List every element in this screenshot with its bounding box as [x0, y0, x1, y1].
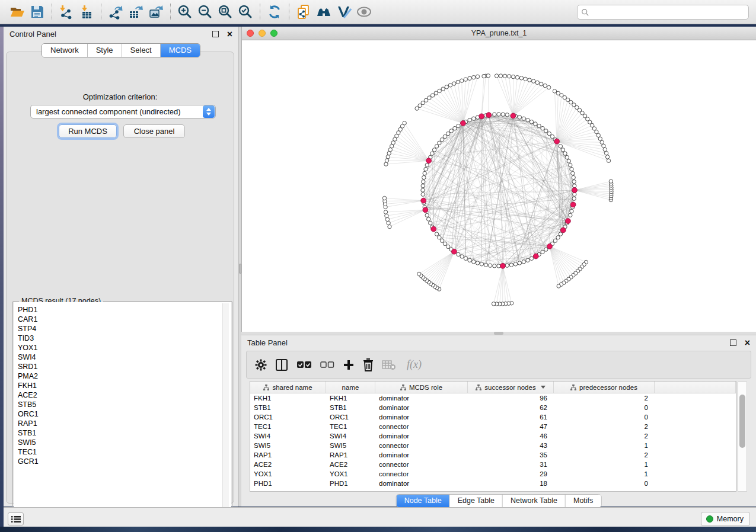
mcds-hub-node[interactable] [452, 249, 457, 254]
network-node[interactable] [424, 98, 428, 102]
tab-network-table[interactable]: Network Table [502, 495, 565, 507]
network-node[interactable] [522, 117, 525, 120]
mcds-result-item[interactable]: GCR1 [18, 457, 231, 466]
network-node[interactable] [529, 120, 533, 124]
search-input[interactable] [592, 8, 745, 17]
network-node[interactable] [486, 74, 490, 78]
network-node[interactable] [511, 75, 515, 78]
network-node[interactable] [528, 78, 531, 82]
network-node[interactable] [449, 129, 453, 133]
network-node[interactable] [440, 239, 444, 242]
mcds-scrollbar[interactable] [222, 303, 229, 520]
network-node[interactable] [572, 180, 576, 184]
network-node[interactable] [609, 180, 613, 183]
network-node[interactable] [532, 79, 535, 83]
network-node[interactable] [385, 159, 388, 162]
mcds-result-item[interactable]: TID3 [18, 334, 231, 343]
network-node[interactable] [596, 133, 600, 137]
mcds-hub-node[interactable] [566, 219, 571, 224]
mcds-result-item[interactable]: PHD1 [18, 305, 231, 315]
network-node[interactable] [543, 84, 547, 87]
network-node[interactable] [556, 91, 560, 95]
network-node[interactable] [505, 264, 509, 267]
mcds-hub-node[interactable] [560, 227, 566, 233]
mcds-hub-node[interactable] [479, 114, 484, 119]
network-node[interactable] [388, 225, 391, 228]
network-node[interactable] [457, 124, 460, 127]
network-node[interactable] [438, 236, 441, 239]
network-node[interactable] [460, 255, 464, 258]
mcds-hub-node[interactable] [431, 226, 436, 232]
network-node[interactable] [384, 210, 387, 214]
mcds-result-item[interactable]: PMA2 [18, 371, 231, 381]
network-node[interactable] [598, 137, 602, 140]
network-node[interactable] [572, 175, 575, 179]
zoom-fit-button[interactable] [215, 2, 235, 21]
network-node[interactable] [391, 141, 395, 145]
network-node[interactable] [518, 261, 521, 265]
network-node[interactable] [493, 264, 496, 268]
add-column-button[interactable] [343, 357, 355, 373]
global-search[interactable] [577, 5, 749, 20]
mcds-result-item[interactable]: YOX1 [18, 343, 231, 352]
table-scrollbar[interactable] [738, 382, 747, 492]
network-node[interactable] [435, 232, 438, 236]
network-node[interactable] [386, 155, 390, 159]
table-row[interactable]: RAP1RAP1dominator352 [250, 450, 736, 460]
network-node[interactable] [522, 260, 525, 264]
network-node[interactable] [556, 236, 560, 239]
mcds-result-item[interactable]: FKH1 [18, 381, 231, 390]
network-node[interactable] [605, 155, 609, 159]
network-node[interactable] [544, 129, 548, 133]
network-node[interactable] [421, 101, 425, 105]
table-row[interactable]: SWI4SWI4dominator462 [250, 431, 736, 441]
network-node[interactable] [563, 152, 567, 155]
network-node[interactable] [513, 262, 517, 266]
mcds-hub-node[interactable] [533, 254, 538, 259]
network-node[interactable] [537, 124, 541, 127]
network-node[interactable] [518, 116, 521, 119]
network-node[interactable] [423, 171, 426, 175]
mcds-hub-node[interactable] [547, 243, 553, 249]
network-node[interactable] [385, 214, 388, 217]
network-node[interactable] [534, 122, 537, 126]
network-node[interactable] [509, 263, 513, 267]
apply-style-button[interactable] [334, 2, 354, 21]
run-mcds-button[interactable]: Run MCDS [59, 124, 117, 138]
network-node[interactable] [417, 272, 421, 275]
network-node[interactable] [468, 118, 471, 122]
network-node[interactable] [390, 145, 394, 148]
column-header-MCDS-role[interactable]: MCDS role [375, 382, 468, 393]
network-node[interactable] [544, 248, 548, 251]
mcds-hub-node[interactable] [572, 188, 578, 193]
task-history-button[interactable] [8, 512, 24, 525]
network-node[interactable] [553, 89, 556, 93]
delete-table-button[interactable] [382, 357, 396, 373]
network-node[interactable] [573, 184, 576, 188]
network-node[interactable] [441, 87, 445, 91]
network-node[interactable] [434, 91, 438, 95]
mcds-hub-node[interactable] [511, 113, 516, 118]
network-node[interactable] [446, 132, 450, 135]
network-node[interactable] [472, 117, 476, 120]
deselect-all-button[interactable] [320, 357, 334, 373]
network-node[interactable] [460, 79, 464, 82]
tab-select[interactable]: Select [122, 44, 160, 57]
network-node[interactable] [570, 209, 573, 213]
network-node[interactable] [541, 126, 544, 130]
network-node[interactable] [495, 74, 498, 78]
export-network-button[interactable] [106, 2, 126, 21]
search-network-button[interactable] [314, 2, 334, 21]
network-node[interactable] [569, 164, 572, 167]
mcds-hub-node[interactable] [461, 121, 466, 126]
network-node[interactable] [464, 257, 467, 260]
mcds-result-item[interactable]: ACE2 [18, 390, 231, 400]
table-row[interactable]: STB1STB1dominator620 [250, 403, 736, 412]
network-node[interactable] [468, 258, 471, 262]
criterion-dropdown[interactable]: largest connected component (undirected) [30, 105, 216, 118]
network-node[interactable] [472, 75, 476, 79]
network-node[interactable] [535, 81, 539, 84]
open-session-button[interactable] [7, 2, 27, 21]
network-node[interactable] [440, 138, 444, 142]
network-node[interactable] [571, 171, 575, 175]
